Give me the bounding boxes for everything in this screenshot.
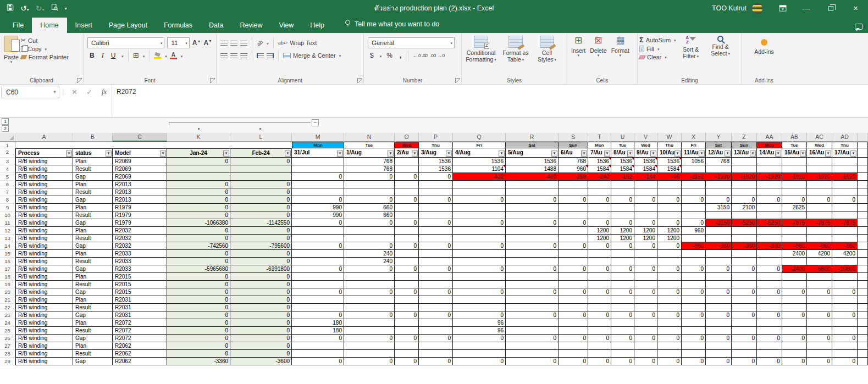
cell-T26[interactable]: 0	[588, 335, 611, 342]
cell-P11[interactable]: 0	[419, 219, 453, 227]
cell-P15[interactable]	[419, 250, 453, 258]
cell-A5[interactable]: R/B winding	[15, 173, 73, 181]
orientation-icon[interactable]: ab	[256, 38, 264, 47]
cell-Y13[interactable]	[706, 235, 732, 242]
cell-S8[interactable]: 0	[559, 196, 588, 204]
cell-C17[interactable]: R2033	[113, 265, 167, 273]
cell-AB28[interactable]	[782, 350, 807, 358]
cell-C10[interactable]: R1979	[113, 212, 167, 219]
cell-AC13[interactable]	[807, 235, 832, 242]
cell-X1[interactable]: Fri	[682, 142, 706, 148]
fill-color-icon[interactable]	[154, 52, 161, 59]
cell-K18[interactable]: 0	[167, 273, 230, 281]
cell-partial-16[interactable]	[858, 258, 868, 265]
cell-AA10[interactable]	[757, 212, 782, 219]
cell-R23[interactable]: 0	[506, 311, 559, 319]
align-left-icon[interactable]	[220, 53, 228, 58]
row-header-15[interactable]: 15	[0, 250, 15, 258]
cell-B1[interactable]	[73, 142, 113, 148]
cell-AD17[interactable]: -10800	[832, 265, 858, 273]
cell-Y21[interactable]	[706, 296, 732, 304]
cell-U12[interactable]: 1200	[611, 227, 634, 235]
cell-Q26[interactable]: 0	[453, 335, 506, 342]
cell-U7[interactable]	[611, 188, 634, 196]
cell-B19[interactable]: Result	[73, 281, 113, 288]
cell-P27[interactable]	[419, 342, 453, 350]
cell-P2[interactable]: 3/Aug▼	[419, 148, 453, 158]
filter-button-K[interactable]: ▼	[223, 151, 229, 157]
cell-K4[interactable]	[167, 165, 230, 173]
cell-R25[interactable]	[506, 327, 559, 335]
column-header-AB[interactable]: AB	[782, 133, 807, 142]
cell-T5[interactable]: -240	[588, 173, 611, 181]
cell-partial-3[interactable]	[858, 158, 868, 165]
cell-N7[interactable]	[344, 188, 395, 196]
number-dialog-launcher[interactable]	[455, 78, 460, 83]
cell-A26[interactable]: R/B winding	[15, 335, 73, 342]
cell-N27[interactable]	[344, 342, 395, 350]
cell-Q6[interactable]	[453, 181, 506, 188]
cell-Y9[interactable]: 3150	[706, 204, 732, 212]
cell-V26[interactable]: 0	[634, 335, 657, 342]
align-middle-icon[interactable]	[230, 41, 237, 46]
account-user-name[interactable]: TOO Kulrut	[712, 4, 747, 12]
cell-M27[interactable]	[292, 342, 344, 350]
cell-partial-19[interactable]	[858, 281, 868, 288]
cell-W9[interactable]	[657, 204, 682, 212]
cell-AB21[interactable]	[782, 296, 807, 304]
cell-W21[interactable]	[657, 296, 682, 304]
cell-AB24[interactable]	[782, 319, 807, 327]
cell-AD22[interactable]	[832, 304, 858, 311]
format-as-table-button[interactable]: Format as Table	[499, 35, 533, 64]
cell-K12[interactable]: 0	[167, 227, 230, 235]
row-header-28[interactable]: 28	[0, 350, 15, 358]
cell-partial-9[interactable]	[858, 204, 868, 212]
cell-AB27[interactable]	[782, 342, 807, 350]
cell-W3[interactable]: 1536	[657, 158, 682, 165]
cell-C16[interactable]: R2033	[113, 258, 167, 265]
cell-N17[interactable]: 0	[344, 265, 395, 273]
cell-V17[interactable]: 0	[634, 265, 657, 273]
row-header-9[interactable]: 9	[0, 204, 15, 212]
cell-R8[interactable]: 0	[506, 196, 559, 204]
cell-AA20[interactable]: 0	[757, 288, 782, 296]
addins-button[interactable]: Add-ins	[744, 35, 784, 56]
cell-Q14[interactable]: 0	[453, 242, 506, 250]
cell-C26[interactable]: R2072	[113, 335, 167, 342]
cell-V9[interactable]	[634, 204, 657, 212]
cell-A23[interactable]: R/B winding	[15, 311, 73, 319]
cell-C28[interactable]: R2062	[113, 350, 167, 358]
cell-AB6[interactable]	[782, 181, 807, 188]
cell-B17[interactable]: Gap	[73, 265, 113, 273]
cell-Z17[interactable]: 0	[732, 265, 757, 273]
cell-AB29[interactable]: 0	[782, 358, 807, 365]
cell-AA21[interactable]	[757, 296, 782, 304]
cell-L17[interactable]: -6391800	[230, 265, 292, 273]
increase-font-size-icon[interactable]: A▲	[192, 39, 201, 47]
font-family-select[interactable]: Calibri	[87, 37, 164, 48]
tab-view[interactable]: View	[270, 18, 302, 33]
filter-button-C[interactable]: ▼	[160, 151, 166, 157]
format-cells-button[interactable]: ▦ Format	[609, 35, 632, 58]
cell-M25[interactable]: 180	[292, 327, 344, 335]
cell-AC7[interactable]	[807, 188, 832, 196]
increase-decimal-icon[interactable]: ←.0 .00	[413, 53, 427, 58]
cell-M17[interactable]: 0	[292, 265, 344, 273]
cell-AB11[interactable]: -7875	[782, 219, 807, 227]
cell-A15[interactable]: R/B winding	[15, 250, 73, 258]
cell-A25[interactable]: R/B winding	[15, 327, 73, 335]
cell-partial-25[interactable]	[858, 327, 868, 335]
column-header-AC[interactable]: AC	[807, 133, 832, 142]
cell-S1[interactable]: Sun	[559, 142, 588, 148]
cell-L8[interactable]: 0	[230, 196, 292, 204]
cell-Y2[interactable]: 12/Au▼	[706, 148, 732, 158]
cell-Z15[interactable]	[732, 250, 757, 258]
cell-W28[interactable]	[657, 350, 682, 358]
cell-R11[interactable]: 0	[506, 219, 559, 227]
cell-Y17[interactable]: 0	[706, 265, 732, 273]
cell-C4[interactable]: R2069	[113, 165, 167, 173]
cell-Q25[interactable]: 96	[453, 327, 506, 335]
cell-S21[interactable]	[559, 296, 588, 304]
cell-K19[interactable]: 0	[167, 281, 230, 288]
cell-AD18[interactable]	[832, 273, 858, 281]
